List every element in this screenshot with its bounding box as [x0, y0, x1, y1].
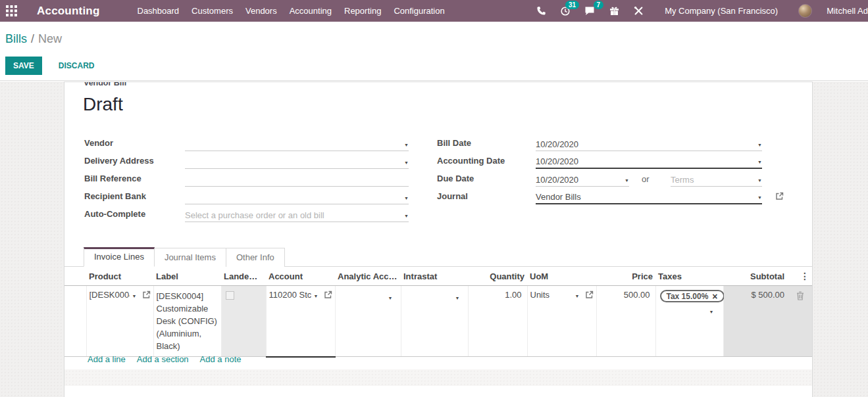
list-footer-links: Add a line Add a section Add a note: [88, 354, 242, 364]
document-type-label: Vendor Bill: [84, 82, 126, 89]
external-link-icon[interactable]: [775, 192, 784, 200]
save-button[interactable]: SAVE: [5, 57, 42, 75]
external-link-icon[interactable]: [142, 291, 151, 299]
app-name[interactable]: Accounting: [37, 5, 100, 18]
form-buttons: SAVE DISCARD: [5, 57, 101, 75]
external-link-icon[interactable]: [585, 291, 594, 299]
notebook-tabs: Invoice Lines Journal Items Other Info: [64, 247, 812, 267]
product-cell[interactable]: [DESK0004: [86, 286, 153, 357]
chevron-down-icon[interactable]: [757, 137, 762, 149]
auto-complete-placeholder: Select a purchase order or an old bill: [185, 210, 324, 220]
quantity-cell[interactable]: 1.00: [468, 286, 527, 357]
chevron-down-icon[interactable]: [404, 208, 409, 220]
record-status: Draft: [83, 94, 123, 115]
due-date-label: Due Date: [437, 174, 474, 183]
due-date-input[interactable]: 10/20/2020: [536, 172, 629, 187]
payment-terms-input[interactable]: Terms: [671, 172, 762, 187]
col-price: Price: [596, 267, 655, 286]
avatar[interactable]: [798, 4, 812, 18]
col-uom: UoM: [527, 267, 596, 286]
terms-placeholder: Terms: [671, 175, 694, 185]
control-panel: Bills/New SAVE DISCARD: [0, 22, 868, 81]
add-a-note-link[interactable]: Add a note: [200, 354, 242, 364]
menu-vendors[interactable]: Vendors: [245, 6, 277, 16]
tax-tag[interactable]: Tax 15.00%: [660, 290, 725, 302]
chevron-down-icon[interactable]: [757, 154, 762, 166]
apps-grid-icon[interactable]: [0, 0, 22, 22]
table-header-row: Product Label Lande… Account Analytic Ac…: [64, 267, 812, 286]
company-switcher[interactable]: My Company (San Francisco): [665, 6, 778, 16]
main-menu: Dashboard Customers Vendors Accounting R…: [138, 6, 445, 16]
taxes-cell[interactable]: Tax 15.00%: [655, 286, 723, 357]
breadcrumb-separator: /: [31, 32, 34, 45]
optional-columns-icon[interactable]: [800, 271, 809, 281]
content-background: Vendor Bill Draft Vendor Delivery Addres…: [0, 82, 868, 397]
menu-configuration[interactable]: Configuration: [394, 6, 444, 16]
chevron-down-icon[interactable]: [455, 292, 460, 302]
price-cell[interactable]: 500.00: [596, 286, 655, 357]
chevron-down-icon[interactable]: [757, 190, 762, 202]
delete-row-icon[interactable]: [796, 291, 804, 300]
tab-journal-items[interactable]: Journal Items: [155, 248, 226, 267]
col-analytic-account: Analytic Acc…: [335, 267, 401, 286]
chevron-down-icon[interactable]: [625, 173, 629, 185]
activity-badge[interactable]: 31: [565, 1, 579, 9]
activity-clock-icon[interactable]: 31: [558, 5, 573, 17]
menu-accounting[interactable]: Accounting: [290, 6, 332, 16]
breadcrumb-current: New: [38, 32, 62, 45]
tab-other-info[interactable]: Other Info: [226, 248, 285, 267]
form-sheet: Vendor Bill Draft Vendor Delivery Addres…: [64, 82, 813, 397]
journal-label: Journal: [437, 191, 468, 201]
gift-icon[interactable]: [607, 5, 621, 17]
messages-badge[interactable]: 7: [594, 1, 604, 9]
uom-cell[interactable]: Units: [527, 286, 596, 357]
intrastat-cell[interactable]: [401, 286, 468, 357]
menu-customers[interactable]: Customers: [191, 6, 233, 16]
breadcrumb: Bills/New: [5, 32, 62, 46]
tab-invoice-lines[interactable]: Invoice Lines: [84, 247, 155, 267]
col-taxes: Taxes: [655, 267, 723, 286]
breadcrumb-bills[interactable]: Bills: [5, 32, 27, 45]
menu-dashboard[interactable]: Dashboard: [138, 6, 180, 16]
col-subtotal: Subtotal: [723, 267, 812, 286]
field-row-bill-date: Bill Date 10/20/2020: [64, 136, 812, 152]
add-a-section-link[interactable]: Add a section: [137, 354, 189, 364]
field-row-accounting-date: Accounting Date 10/20/2020: [64, 154, 812, 170]
chevron-down-icon[interactable]: [314, 290, 319, 300]
field-row-due-date: Due Date 10/20/2020 or Terms: [64, 172, 812, 187]
label-cell[interactable]: [DESK0004] Customizable Desk (CONFIG) (A…: [153, 286, 221, 357]
discard-button[interactable]: DISCARD: [52, 57, 101, 74]
field-row-journal: Journal Vendor Bills: [64, 189, 812, 205]
landed-costs-checkbox[interactable]: [226, 291, 234, 300]
col-landed-costs: Lande…: [221, 267, 266, 286]
user-menu[interactable]: Mitchell Ad: [827, 6, 868, 16]
auto-complete-label: Auto-Complete: [84, 209, 145, 219]
auto-complete-input[interactable]: Select a purchase order or an old bill: [185, 207, 409, 222]
analytic-account-cell[interactable]: [335, 286, 401, 357]
chevron-down-icon[interactable]: [757, 173, 762, 185]
add-a-line-link[interactable]: Add a line: [88, 354, 126, 364]
developer-tools-icon[interactable]: [631, 5, 646, 17]
landed-costs-cell: [221, 286, 266, 357]
invoice-line-row: [DESK0004 [DESK0004] Customizable Desk (…: [64, 286, 812, 357]
messages-icon[interactable]: 7: [582, 5, 597, 17]
chevron-down-icon[interactable]: [709, 306, 714, 315]
account-cell[interactable]: 110200 Stc: [266, 286, 335, 357]
journal-input[interactable]: Vendor Bills: [536, 189, 762, 204]
chevron-down-icon[interactable]: [132, 290, 137, 300]
bill-date-input[interactable]: 10/20/2020: [536, 136, 762, 151]
chevron-down-icon[interactable]: [388, 292, 393, 302]
handle-column-header: [64, 267, 86, 286]
menu-reporting[interactable]: Reporting: [344, 6, 381, 16]
bill-date-label: Bill Date: [437, 138, 471, 148]
col-quantity: Quantity: [468, 267, 527, 286]
field-row-auto-complete: Auto-Complete Select a purchase order or…: [64, 207, 812, 223]
row-handle-cell[interactable]: [64, 286, 86, 357]
col-intrastat: Intrastat: [401, 267, 468, 286]
phone-icon[interactable]: [534, 5, 548, 17]
remove-tag-icon[interactable]: [712, 291, 717, 302]
chevron-down-icon[interactable]: [575, 290, 580, 300]
top-navbar: Accounting Dashboard Customers Vendors A…: [0, 0, 868, 22]
external-link-icon[interactable]: [324, 291, 332, 299]
accounting-date-input[interactable]: 10/20/2020: [536, 154, 762, 169]
